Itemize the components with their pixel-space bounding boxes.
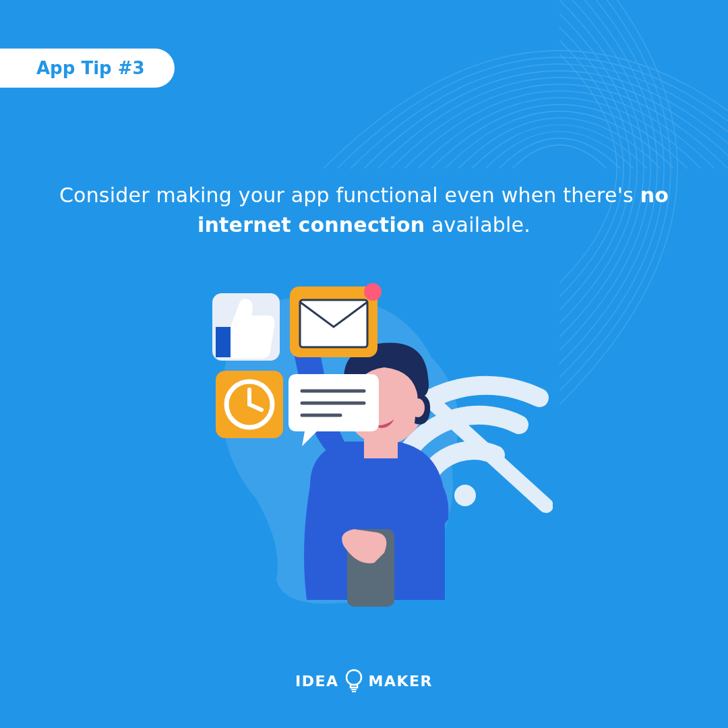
tip-badge-label: App Tip #3 [36, 58, 145, 78]
headline-post: available. [425, 213, 530, 237]
headline-pre: Consider making your app functional even… [59, 183, 640, 207]
svg-point-4 [411, 398, 425, 417]
svg-point-10 [364, 283, 382, 301]
logo-right: MAKER [369, 673, 433, 690]
svg-point-0 [454, 485, 476, 506]
tip-badge: App Tip #3 [0, 49, 175, 88]
clock-icon [216, 371, 283, 438]
thumbs-up-icon [212, 293, 280, 361]
svg-rect-7 [216, 327, 231, 357]
svg-point-18 [346, 670, 361, 685]
illustration [175, 263, 553, 613]
lightbulb-icon [344, 669, 363, 693]
brand-logo: IDEA MAKER [295, 669, 433, 693]
logo-left: IDEA [295, 673, 339, 690]
headline: Consider making your app functional even… [44, 181, 684, 239]
mail-icon [290, 283, 382, 357]
svg-rect-9 [300, 300, 367, 347]
